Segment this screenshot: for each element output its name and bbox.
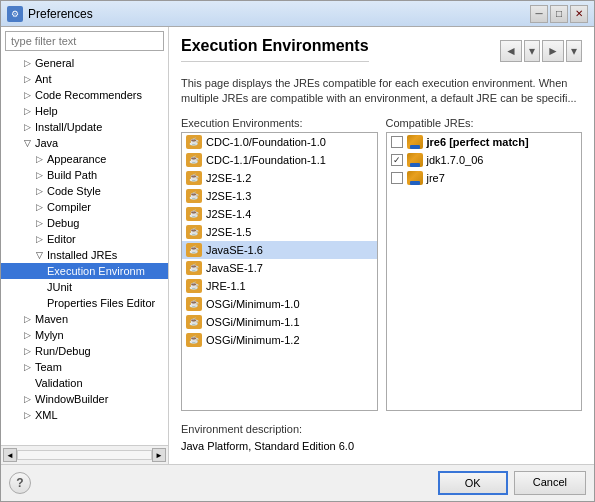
list-item[interactable]: OSGi/Minimum-1.2 bbox=[182, 331, 377, 349]
arrow-icon: ▷ bbox=[33, 185, 45, 197]
arrow-icon: ▷ bbox=[21, 329, 33, 341]
arrow-icon: ▷ bbox=[21, 361, 33, 373]
env-icon bbox=[186, 207, 202, 221]
description-text: This page displays the JREs compatible f… bbox=[181, 76, 582, 107]
env-icon bbox=[186, 189, 202, 203]
sidebar-item-install-update[interactable]: ▷ Install/Update bbox=[1, 119, 168, 135]
sidebar-item-maven[interactable]: ▷ Maven bbox=[1, 311, 168, 327]
env-desc-section: Environment description: Java Platform, … bbox=[181, 423, 582, 454]
sidebar-item-mylyn[interactable]: ▷ Mylyn bbox=[1, 327, 168, 343]
sidebar-item-general[interactable]: ▷ General bbox=[1, 55, 168, 71]
forward-dropdown-button[interactable]: ▾ bbox=[566, 40, 582, 62]
sidebar-item-appearance[interactable]: ▷ Appearance bbox=[1, 151, 168, 167]
ok-button[interactable]: OK bbox=[438, 471, 508, 495]
compatible-jre-list[interactable]: jre6 [perfect match] ✓ jdk1.7.0_06 jre7 bbox=[386, 132, 583, 411]
env-desc-value: Java Platform, Standard Edition 6.0 bbox=[181, 438, 582, 454]
window-title: Preferences bbox=[28, 7, 93, 21]
list-item[interactable]: JavaSE-1.6 bbox=[182, 241, 377, 259]
jre-checkbox[interactable] bbox=[391, 136, 403, 148]
preferences-icon: ⚙ bbox=[7, 6, 23, 22]
jre-icon bbox=[407, 135, 423, 149]
sidebar-item-run-debug[interactable]: ▷ Run/Debug bbox=[1, 343, 168, 359]
close-button[interactable]: ✕ bbox=[570, 5, 588, 23]
content-area: ▷ General ▷ Ant ▷ Code Recommenders ▷ He… bbox=[1, 27, 594, 464]
arrow-icon: ▷ bbox=[33, 169, 45, 181]
ok-cancel-buttons: OK Cancel bbox=[438, 471, 586, 495]
env-icon bbox=[186, 135, 202, 149]
jre-checkbox[interactable]: ✓ bbox=[391, 154, 403, 166]
arrow-icon: ▷ bbox=[21, 393, 33, 405]
arrow-icon: ▽ bbox=[21, 137, 33, 149]
exec-env-header: Execution Environments: bbox=[181, 117, 378, 129]
sidebar-item-build-path[interactable]: ▷ Build Path bbox=[1, 167, 168, 183]
list-item[interactable]: CDC-1.1/Foundation-1.1 bbox=[182, 151, 377, 169]
compatible-jre-item[interactable]: jre7 bbox=[387, 169, 582, 187]
env-icon bbox=[186, 153, 202, 167]
env-icon bbox=[186, 261, 202, 275]
list-item[interactable]: OSGi/Minimum-1.0 bbox=[182, 295, 377, 313]
arrow-icon: ▷ bbox=[21, 313, 33, 325]
arrow-icon: ▷ bbox=[21, 105, 33, 117]
jre-checkbox[interactable] bbox=[391, 172, 403, 184]
arrow-icon: ▷ bbox=[21, 345, 33, 357]
minimize-button[interactable]: ─ bbox=[530, 5, 548, 23]
list-item[interactable]: OSGi/Minimum-1.1 bbox=[182, 313, 377, 331]
scroll-right-button[interactable]: ► bbox=[152, 448, 166, 462]
arrow-icon: ▷ bbox=[33, 233, 45, 245]
env-icon bbox=[186, 171, 202, 185]
help-button[interactable]: ? bbox=[9, 472, 31, 494]
scroll-track bbox=[17, 450, 152, 460]
sidebar-item-xml[interactable]: ▷ XML bbox=[1, 407, 168, 423]
compatible-jre-header: Compatible JREs: bbox=[386, 117, 583, 129]
maximize-button[interactable]: □ bbox=[550, 5, 568, 23]
sidebar-item-code-recommenders[interactable]: ▷ Code Recommenders bbox=[1, 87, 168, 103]
arrow-icon: ▽ bbox=[33, 249, 45, 261]
compatible-jre-column: Compatible JREs: jre6 [perfect match] ✓ … bbox=[386, 117, 583, 411]
compatible-jre-item[interactable]: ✓ jdk1.7.0_06 bbox=[387, 151, 582, 169]
list-item[interactable]: J2SE-1.5 bbox=[182, 223, 377, 241]
jre-icon bbox=[407, 153, 423, 167]
sidebar-item-execution-environments[interactable]: Execution Environm bbox=[1, 263, 168, 279]
sidebar-item-validation[interactable]: Validation bbox=[1, 375, 168, 391]
arrow-icon: ▷ bbox=[21, 73, 33, 85]
sidebar-item-code-style[interactable]: ▷ Code Style bbox=[1, 183, 168, 199]
arrow-icon: ▷ bbox=[21, 409, 33, 421]
sidebar-item-team[interactable]: ▷ Team bbox=[1, 359, 168, 375]
arrow-icon: ▷ bbox=[21, 121, 33, 133]
env-icon bbox=[186, 297, 202, 311]
list-item[interactable]: J2SE-1.3 bbox=[182, 187, 377, 205]
preferences-window: ⚙ Preferences ─ □ ✕ ▷ General ▷ Ant bbox=[0, 0, 595, 502]
compatible-jre-item[interactable]: jre6 [perfect match] bbox=[387, 133, 582, 151]
cancel-button[interactable]: Cancel bbox=[514, 471, 586, 495]
back-button[interactable]: ◄ bbox=[500, 40, 522, 62]
tree-area: ▷ General ▷ Ant ▷ Code Recommenders ▷ He… bbox=[1, 55, 168, 445]
sidebar-item-editor[interactable]: ▷ Editor bbox=[1, 231, 168, 247]
list-item[interactable]: CDC-1.0/Foundation-1.0 bbox=[182, 133, 377, 151]
env-desc-label: Environment description: bbox=[181, 423, 582, 435]
sidebar-item-windowbuilder[interactable]: ▷ WindowBuilder bbox=[1, 391, 168, 407]
arrow-icon: ▷ bbox=[33, 153, 45, 165]
forward-button[interactable]: ► bbox=[542, 40, 564, 62]
sidebar-item-java[interactable]: ▽ Java bbox=[1, 135, 168, 151]
two-column-area: Execution Environments: CDC-1.0/Foundati… bbox=[181, 117, 582, 411]
sidebar-scrollbar: ◄ ► bbox=[1, 445, 168, 464]
toolbar-right: ◄ ▾ ► ▾ bbox=[500, 40, 582, 62]
sidebar-item-junit[interactable]: JUnit bbox=[1, 279, 168, 295]
sidebar-item-compiler[interactable]: ▷ Compiler bbox=[1, 199, 168, 215]
sidebar-item-debug[interactable]: ▷ Debug bbox=[1, 215, 168, 231]
execution-env-list[interactable]: CDC-1.0/Foundation-1.0 CDC-1.1/Foundatio… bbox=[181, 132, 378, 411]
back-dropdown-button[interactable]: ▾ bbox=[524, 40, 540, 62]
env-icon bbox=[186, 279, 202, 293]
sidebar-item-installed-jres[interactable]: ▽ Installed JREs bbox=[1, 247, 168, 263]
list-item[interactable]: JavaSE-1.7 bbox=[182, 259, 377, 277]
list-item[interactable]: J2SE-1.4 bbox=[182, 205, 377, 223]
scroll-left-button[interactable]: ◄ bbox=[3, 448, 17, 462]
filter-input[interactable] bbox=[5, 31, 164, 51]
arrow-icon: ▷ bbox=[21, 89, 33, 101]
list-item[interactable]: J2SE-1.2 bbox=[182, 169, 377, 187]
list-item[interactable]: JRE-1.1 bbox=[182, 277, 377, 295]
sidebar-item-help[interactable]: ▷ Help bbox=[1, 103, 168, 119]
sidebar-item-ant[interactable]: ▷ Ant bbox=[1, 71, 168, 87]
sidebar-item-properties-files-editor[interactable]: Properties Files Editor bbox=[1, 295, 168, 311]
env-icon bbox=[186, 315, 202, 329]
